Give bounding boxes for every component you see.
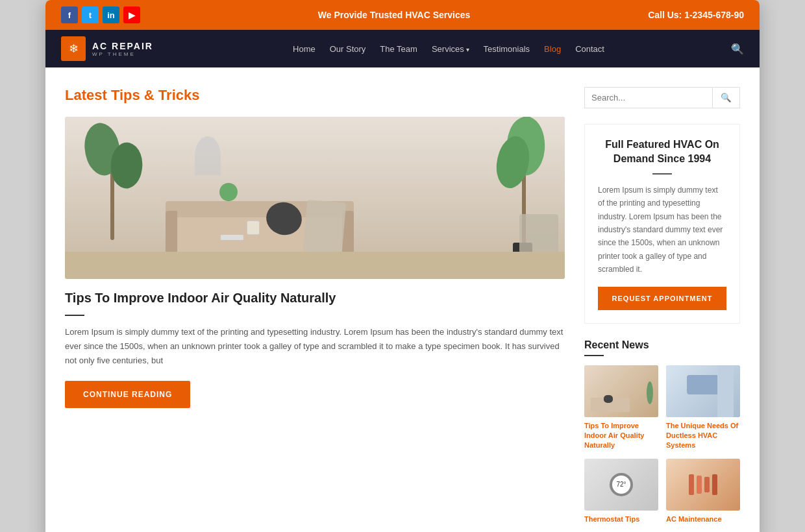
- sidebar-widget: Full Featured HVAC On Demand Since 1994 …: [584, 124, 740, 324]
- logo-title: AC REPAIR: [92, 41, 153, 51]
- recent-news-divider: [584, 355, 604, 356]
- youtube-icon[interactable]: ▶: [123, 6, 140, 23]
- nav-links: Home Our Story The Team Services Testimo…: [179, 44, 718, 54]
- main-content: Latest Tips & Tricks: [45, 67, 760, 532]
- widget-text: Lorem Ipsum is simply dummy text of the …: [598, 184, 726, 276]
- search-input[interactable]: [585, 88, 712, 108]
- nav-services[interactable]: Services: [432, 44, 469, 54]
- news-item-1[interactable]: Tips To Improve Indoor Air Quality Natur…: [584, 365, 658, 451]
- nav-contact[interactable]: Contact: [575, 44, 604, 54]
- nav-the-team[interactable]: The Team: [380, 44, 417, 54]
- section-title: Latest Tips & Tricks: [65, 87, 565, 104]
- article-body: Lorem Ipsum is simply dummy text of the …: [65, 325, 565, 368]
- nav-bar: ❄ AC REPAIR WP THEME Home Our Story The …: [45, 30, 760, 67]
- phone-number: Call Us: 1-2345-678-90: [648, 10, 744, 20]
- logo-icon: ❄: [61, 36, 86, 61]
- widget-divider: [652, 173, 672, 175]
- nav-search-icon[interactable]: 🔍: [731, 43, 744, 55]
- news-thumb-4: [666, 459, 740, 511]
- logo[interactable]: ❄ AC REPAIR WP THEME: [61, 36, 153, 61]
- nav-blog[interactable]: Blog: [544, 44, 561, 54]
- news-label-3: Thermostat Tips: [584, 514, 658, 524]
- news-thumb-3: 72°: [584, 459, 658, 511]
- news-item-2[interactable]: The Unique Needs Of Ductless HVAC System…: [666, 365, 740, 451]
- right-column: 🔍 Full Featured HVAC On Demand Since 199…: [584, 87, 740, 524]
- top-bar: f t in ▶ We Provide Trusted HVAC Service…: [45, 0, 760, 30]
- request-appointment-button[interactable]: REQUEST APPOINTMENT: [598, 287, 726, 310]
- article-divider: [65, 315, 84, 316]
- news-label-2: The Unique Needs Of Ductless HVAC System…: [666, 421, 740, 451]
- news-label-4: AC Maintenance: [666, 514, 740, 524]
- news-item-4[interactable]: AC Maintenance: [666, 459, 740, 524]
- twitter-icon[interactable]: t: [82, 6, 99, 23]
- article-title: Tips To Improve Indoor Air Quality Natur…: [65, 291, 565, 306]
- logo-subtitle: WP THEME: [92, 51, 153, 57]
- news-item-3[interactable]: 72° Thermostat Tips: [584, 459, 658, 524]
- social-icons: f t in ▶: [61, 6, 140, 23]
- linkedin-icon[interactable]: in: [103, 6, 119, 23]
- widget-title: Full Featured HVAC On Demand Since 1994: [598, 138, 726, 167]
- news-label-1: Tips To Improve Indoor Air Quality Natur…: [584, 421, 658, 451]
- nav-testimonials[interactable]: Testimonials: [484, 44, 530, 54]
- news-grid: Tips To Improve Indoor Air Quality Natur…: [584, 365, 740, 525]
- search-button[interactable]: 🔍: [712, 88, 739, 108]
- tagline: We Provide Trusted HVAC Services: [140, 10, 648, 20]
- news-thumb-1: [584, 365, 658, 417]
- nav-our-story[interactable]: Our Story: [330, 44, 366, 54]
- room-illustration: [65, 117, 565, 279]
- continue-reading-button[interactable]: CONTINUE READING: [65, 381, 190, 408]
- left-column: Latest Tips & Tricks: [65, 87, 565, 524]
- news-thumb-2: [666, 365, 740, 417]
- article-image: [65, 117, 565, 279]
- facebook-icon[interactable]: f: [61, 6, 78, 23]
- recent-news: Recent News Tips To Impro: [584, 339, 740, 525]
- browser-window: f t in ▶ We Provide Trusted HVAC Service…: [45, 0, 760, 532]
- nav-home[interactable]: Home: [293, 44, 316, 54]
- search-box: 🔍: [584, 87, 740, 108]
- recent-news-title: Recent News: [584, 339, 740, 351]
